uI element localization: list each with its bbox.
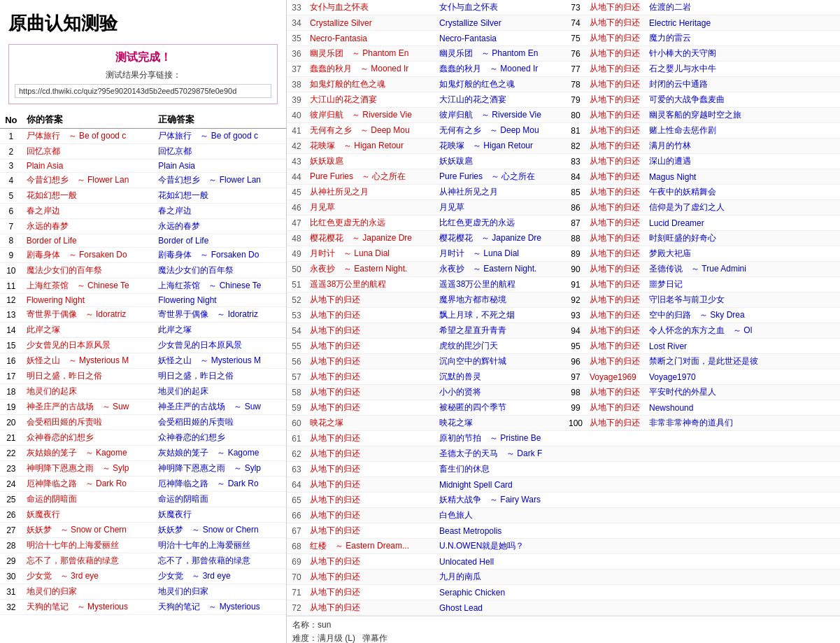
right-panel: 33女仆与血之怀表女仆与血之怀表73从地下的归还佐渡的二岩34Crystalli… (287, 0, 840, 643)
correct-answer: 天狗的笔记 ～ Mysterious (154, 600, 286, 615)
correct-answer: 遥遥38万公里的航程 (436, 277, 565, 292)
your-answer: 厄神降临之路 ～ Dark Ro (22, 476, 155, 492)
your-answer: 从地下的归还 (306, 292, 436, 308)
correct-answer: 月见草 (436, 200, 565, 215)
your-answer: 少女觉 ～ 3rd eye (22, 569, 155, 584)
table-row: 18地灵们的起床地灵们的起床 (0, 384, 286, 400)
row-number: 52 (287, 292, 306, 308)
row-title (646, 554, 840, 570)
share-url-input[interactable] (15, 84, 271, 98)
your-answer: 月见草 (306, 200, 436, 215)
row-number: 58 (287, 385, 306, 400)
your-answer: 众神眷恋的幻想乡 (22, 430, 155, 446)
table-row: 2回忆京都回忆京都 (0, 144, 286, 160)
row-number: 20 (0, 415, 22, 430)
row-title: Newshound (646, 400, 840, 416)
row-title: 午夜中的妖精舞会 (646, 185, 840, 200)
your-answer: 命运的阴暗面 (22, 492, 155, 507)
table-row: 53从地下的归还飘上月球，不死之烟93从地下的归还空中的归路 ～ Sky Dre… (287, 308, 840, 323)
table-row: 12Flowering NightFlowering Night (0, 294, 286, 307)
row-score (565, 493, 586, 508)
your-answer: 从地下的归还 (306, 462, 436, 477)
row-title: 石之婴儿与水中牛 (646, 62, 840, 77)
row-title: 令人怀念的东方之血 ～ Ol (646, 323, 840, 339)
row-title (646, 570, 840, 585)
your-answer: 从地下的归还 (306, 339, 436, 354)
your-answer: 从地下的归还 (306, 431, 436, 446)
correct-answer: Flowering Night (154, 294, 286, 307)
table-row: 64从地下的归还Midnight Spell Card (287, 477, 840, 493)
row-number: 23 (0, 461, 22, 476)
left-header-answer: 你的答案 (22, 111, 155, 129)
row-number: 64 (287, 477, 306, 493)
correct-answer: Midnight Spell Card (436, 477, 565, 493)
your-answer: 从地下的归还 (306, 554, 436, 570)
row-score (565, 477, 586, 493)
row-title (646, 600, 840, 616)
row-number: 60 (287, 416, 306, 431)
row-score: 93 (565, 308, 586, 323)
row-title (646, 539, 840, 554)
row-title: 非常非常神奇的道具们 (646, 416, 840, 431)
row-score: 97 (565, 369, 586, 385)
table-row: 23神明降下恩惠之雨 ～ Sylp神明降下恩惠之雨 ～ Sylp (0, 461, 286, 476)
correct-answer: 此岸之塚 (154, 323, 286, 338)
status-section: 名称：sun 难度：满月级 (L) 弹幕作 正确：51 / 100 (51%) (287, 616, 840, 643)
row-title (646, 431, 840, 446)
status-name: 名称：sun (292, 619, 834, 631)
table-row: 8Border of LifeBorder of Life (0, 234, 286, 248)
table-row: 40彼岸归航 ～ Riverside Vie彼岸归航 ～ Riverside V… (287, 108, 840, 123)
your-answer: 地灵们的起床 (22, 384, 155, 400)
row-score: 99 (565, 400, 586, 416)
correct-answer: 厄神降临之路 ～ Dark Ro (154, 476, 286, 492)
row-source: 从地下的归还 (586, 169, 646, 185)
row-number: 42 (287, 139, 306, 154)
row-source: 从地下的归还 (586, 123, 646, 139)
correct-answer: 上海红茶馆 ～ Chinese Te (154, 278, 286, 294)
table-row: 61从地下的归还原初的节拍 ～ Pristine Be (287, 431, 840, 446)
correct-answer: 神圣庄严的古战场 ～ Suw (154, 400, 286, 415)
table-row: 60映花之塚映花之塚100从地下的归还非常非常神奇的道具们 (287, 416, 840, 431)
row-score: 80 (565, 108, 586, 123)
table-row: 55从地下的归还虎纹的毘沙门天95从地下的归还Lost River (287, 339, 840, 354)
row-source: 从地下的归还 (586, 154, 646, 169)
row-source: 从地下的归还 (586, 323, 646, 339)
your-answer: 会受稻田姬的斥责啦 (22, 415, 155, 430)
row-title: 平安时代的外星人 (646, 385, 840, 400)
correct-answer: 蠢蠢的秋月 ～ Mooned Ir (436, 62, 565, 77)
correct-answer: Necro-Fantasia (436, 31, 565, 46)
row-title: 禁断之门对面，是此世还是彼 (646, 354, 840, 369)
correct-answer: 少女觉 ～ 3rd eye (154, 569, 286, 584)
correct-answer: 圣德太子的天马 ～ Dark F (436, 446, 565, 462)
correct-answer: 原初的节拍 ～ Pristine Be (436, 431, 565, 446)
table-row: 59从地下的归还被秘匿的四个季节99从地下的归还Newshound (287, 400, 840, 416)
your-answer: 回忆京都 (22, 144, 155, 160)
row-score: 91 (565, 277, 586, 292)
correct-answer: 女仆与血之怀表 (436, 0, 565, 15)
table-row: 54从地下的归还希望之星直升青青94从地下的归还令人怀念的东方之血 ～ Ol (287, 323, 840, 339)
correct-answer: 九月的南瓜 (436, 570, 565, 585)
table-row: 15少女曾见的日本原风景少女曾见的日本原风景 (0, 338, 286, 353)
row-score (565, 446, 586, 462)
your-answer: Flowering Night (22, 294, 155, 307)
status-mode-label: 弹幕作 (362, 633, 387, 643)
table-row: 31地灵们的归家地灵们的归家 (0, 584, 286, 600)
table-row: 28明治十七年的上海爱丽丝明治十七年的上海爱丽丝 (0, 538, 286, 553)
table-row: 39大江山的花之酒宴大江山的花之酒宴79从地下的归还可爱的大战争蠢麦曲 (287, 92, 840, 108)
table-row: 34Crystallize SilverCrystallize Silver74… (287, 15, 840, 31)
table-row: 57从地下的归还沉默的兽灵97Voyage1969Voyage1970 (287, 369, 840, 385)
your-answer: 尸体旅行 ～ Be of good c (22, 129, 155, 144)
your-answer: 彼岸归航 ～ Riverside Vie (306, 108, 436, 123)
row-number: 10 (0, 263, 22, 278)
table-row: 68红楼 ～ Eastern Dream...U.N.OWEN就是她吗？ (287, 539, 840, 554)
row-source: 从地下的归还 (586, 339, 646, 354)
correct-answer: 妖怪之山 ～ Mysterious M (154, 353, 286, 369)
correct-answer: 希望之星直升青青 (436, 323, 565, 339)
correct-answer: Pure Furies ～ 心之所在 (436, 169, 565, 185)
correct-answer: 白色旅人 (436, 508, 565, 523)
your-answer: Plain Asia (22, 160, 155, 173)
table-row: 38如鬼灯般的红色之魂如鬼灯般的红色之魂78从地下的归还封闭的云中通路 (287, 77, 840, 92)
row-title: Electric Heritage (646, 15, 840, 31)
correct-answer: 明治十七年的上海爱丽丝 (154, 538, 286, 553)
row-number: 9 (0, 248, 22, 263)
